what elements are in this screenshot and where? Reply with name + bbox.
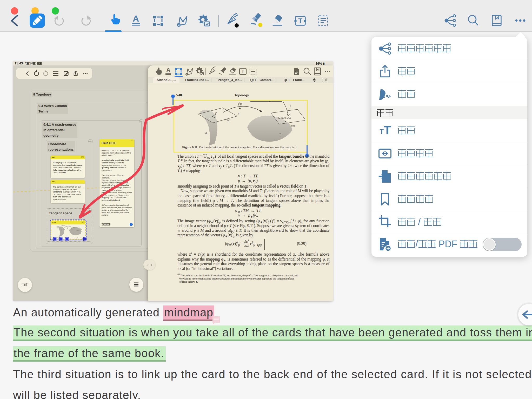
svg-text:T: T (298, 17, 302, 25)
svg-text:т: т (380, 126, 384, 136)
svg-text:T: T (384, 123, 391, 137)
svg-text:A: A (133, 14, 139, 23)
